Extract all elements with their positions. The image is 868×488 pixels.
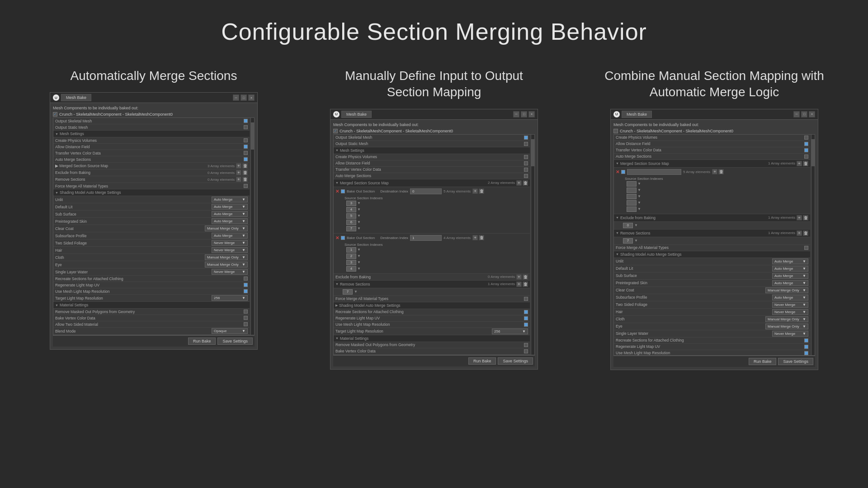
cb-bake-vertex-2[interactable]	[524, 349, 528, 353]
num-3[interactable]: 3	[346, 201, 356, 206]
dd-single-layer-3[interactable]: Never Merge ▼	[772, 331, 808, 337]
cb-output-static-2[interactable]	[524, 142, 528, 146]
dd-subsurface-profile-3[interactable]: Auto Merge ▼	[772, 295, 808, 300]
close-btn-2[interactable]: ×	[528, 111, 535, 117]
run-bake-btn-3[interactable]: Run Bake	[749, 358, 777, 365]
dd-target-lightmap-1[interactable]: 256 ▼	[212, 295, 248, 301]
minimize-btn-2[interactable]: ─	[513, 111, 519, 117]
dd-hair-3[interactable]: Never Merge ▼	[772, 309, 808, 315]
save-settings-btn-3[interactable]: Save Settings	[778, 358, 813, 365]
num-3a[interactable]	[627, 181, 637, 187]
num-3ca[interactable]	[627, 194, 637, 199]
cb-use-mesh-lightmap-1[interactable]	[244, 289, 248, 293]
cb-allow-distance-2[interactable]	[524, 161, 528, 165]
cb-remove-masked-2[interactable]	[524, 343, 528, 347]
mapping-x-2[interactable]: ✕	[335, 235, 339, 240]
dd-clear-coat-3[interactable]: Manual Merge Only ▼	[765, 287, 808, 293]
num-4b[interactable]: 4	[346, 266, 356, 272]
cb-force-merge-2[interactable]	[524, 297, 528, 301]
dd-blend-mode-1[interactable]: Opaque ▼	[212, 328, 248, 334]
mapping-x-1[interactable]: ✕	[335, 189, 339, 194]
dd-cloth-3[interactable]: Manual Merge Only ▼	[765, 316, 808, 322]
scrollbar-thumb-3[interactable]	[811, 139, 815, 166]
dd-unlit-1[interactable]: Auto Merge ▼	[212, 197, 248, 202]
cb-regen-lightmap-2[interactable]	[524, 316, 528, 320]
add-remove-sec-3[interactable]: +	[797, 230, 802, 236]
cb-recreate-3[interactable]	[804, 338, 808, 343]
dest-index-1[interactable]: 0	[410, 188, 442, 194]
cb-output-static-1[interactable]	[244, 125, 248, 129]
dd-clear-coat-1[interactable]: Manual Merge Only ▼	[205, 225, 248, 231]
rm-source-2[interactable]: 🗑	[479, 235, 484, 240]
cb-allow-distance-1[interactable]	[244, 145, 248, 149]
dd-unlit-3[interactable]: Auto Merge ▼	[772, 258, 808, 264]
dd-eye-1[interactable]: Manual Merge Only ▼	[205, 262, 248, 267]
minimize-btn-1[interactable]: ─	[233, 94, 239, 101]
add-merged-2[interactable]: +	[516, 180, 522, 186]
cb-force-merge-3[interactable]	[804, 246, 808, 250]
cb-mapping-1[interactable]	[341, 189, 345, 193]
dest-index-3[interactable]	[627, 169, 681, 175]
cb-allow-two-sided-1[interactable]	[244, 322, 248, 326]
close-btn-1[interactable]: ×	[248, 94, 255, 101]
remove-item-7-3[interactable]: 7	[623, 238, 633, 244]
cb-transfer-vertex-1[interactable]	[244, 151, 248, 155]
cb-create-physics-1[interactable]	[244, 138, 248, 142]
num-3ea[interactable]	[627, 206, 637, 212]
dest-index-2[interactable]: 1	[410, 235, 442, 241]
save-settings-btn-1[interactable]: Save Settings	[217, 338, 253, 345]
num-1[interactable]: 1	[346, 247, 356, 253]
cb-bake-vertex-1[interactable]	[244, 316, 248, 320]
dd-two-sided-3[interactable]: Never Merge ▼	[772, 302, 808, 308]
cb-auto-merge-3[interactable]	[804, 155, 808, 159]
add-merged-1[interactable]: +	[236, 163, 241, 169]
dd-sub-surface-1[interactable]: Auto Merge ▼	[212, 211, 248, 217]
num-3ba[interactable]	[627, 188, 637, 193]
dd-preintegrated-3[interactable]: Auto Merge ▼	[772, 280, 808, 286]
num-3da[interactable]	[627, 200, 637, 206]
remove-exclude-3[interactable]: 🗑	[803, 215, 808, 221]
cb-remove-masked-1[interactable]	[244, 310, 248, 314]
cb-output-skeletal-1[interactable]	[244, 119, 248, 123]
tab-mesh-bake-3[interactable]: Mesh Bake	[622, 111, 652, 118]
remove-exclude-1[interactable]: 🗑	[242, 170, 248, 175]
cb-mapping-2[interactable]	[341, 236, 345, 240]
rm-source-1[interactable]: 🗑	[479, 188, 484, 194]
remove-merged-1[interactable]: 🗑	[242, 163, 248, 169]
dd-hair-1[interactable]: Never Merge ▼	[212, 247, 248, 253]
rm-source-3[interactable]: 🗑	[718, 169, 724, 174]
cb-create-physics-2[interactable]	[524, 155, 528, 159]
add-merged-3[interactable]: +	[797, 161, 802, 166]
dd-sub-surface-3[interactable]: Auto Merge ▼	[772, 273, 808, 279]
cb-use-mesh-lightmap-3[interactable]	[804, 351, 808, 355]
dd-default-lit-3[interactable]: Auto Merge ▼	[772, 266, 808, 272]
rm-remove-sec-3[interactable]: 🗑	[803, 230, 808, 236]
rm-remove-sec-1[interactable]: 🗑	[242, 177, 248, 182]
dd-subsurface-profile-1[interactable]: Auto Merge ▼	[212, 233, 248, 239]
comp-checkbox-3[interactable]	[613, 129, 618, 133]
cb-create-physics-3[interactable]	[804, 136, 808, 140]
dd-eye-3[interactable]: Manual Merge Only ▼	[765, 324, 808, 329]
maximize-btn-1[interactable]: □	[241, 94, 247, 101]
add-source-2[interactable]: +	[472, 235, 478, 240]
num-3b[interactable]: 3	[346, 260, 356, 265]
cb-allow-distance-3[interactable]	[804, 142, 808, 146]
num-6[interactable]: 6	[346, 220, 356, 225]
scrollbar-thumb-2[interactable]	[531, 139, 534, 166]
num-4[interactable]: 4	[346, 207, 356, 212]
tab-mesh-bake-2[interactable]: Mesh Bake	[341, 111, 372, 118]
add-exclude-2[interactable]: +	[516, 274, 522, 280]
add-source-1[interactable]: +	[472, 188, 478, 194]
comp-checkbox-2[interactable]	[333, 129, 338, 133]
add-remove-sec-2[interactable]: +	[516, 282, 522, 287]
cb-use-mesh-lightmap-2[interactable]	[524, 323, 528, 327]
save-settings-btn-2[interactable]: Save Settings	[498, 357, 533, 365]
exclude-item-0[interactable]: 0	[623, 223, 633, 228]
cb-transfer-vertex-2[interactable]	[524, 168, 528, 172]
run-bake-btn-1[interactable]: Run Bake	[188, 338, 216, 345]
cb-recreate-1[interactable]	[244, 277, 248, 281]
dd-two-sided-1[interactable]: Never Merge ▼	[212, 240, 248, 246]
dd-single-layer-1[interactable]: Never Merge ▼	[212, 269, 248, 275]
cb-auto-merge-2[interactable]	[524, 174, 528, 178]
remove-item-7[interactable]: 7	[343, 289, 353, 295]
